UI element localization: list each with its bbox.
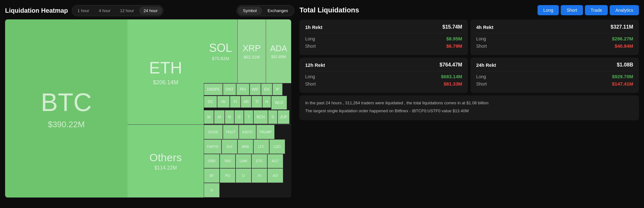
symbol-tabs: Symbol Exchanges	[236, 5, 294, 16]
hm-ltc[interactable]: LTC	[253, 139, 269, 154]
xrp-name: XRP	[243, 43, 261, 53]
stat-1h-long-label: Long	[305, 36, 315, 41]
stat-12h-short-label: Short	[305, 81, 316, 87]
trade-button[interactable]: Trade	[585, 5, 608, 15]
hm-etc[interactable]: ETC	[251, 154, 267, 169]
hm-ar[interactable]: AR	[241, 96, 251, 108]
hm-bottom-small: DOGE PNUT KAITO TRUMP FARTO SUI BNB LTC …	[204, 125, 291, 198]
stat-24h-long-value: $929.70M	[612, 74, 633, 79]
hm-doge[interactable]: DOGE	[204, 125, 223, 139]
stat-24h-short-row: Short $147.41M	[476, 81, 633, 87]
hm-h[interactable]: H	[262, 96, 271, 108]
hm-kaito[interactable]: KAITO	[239, 125, 256, 139]
stat-12h-period: 12h Rekt	[305, 62, 325, 68]
tab-symbol[interactable]: Symbol	[238, 6, 262, 15]
hm-xrp[interactable]: XRP $62.31M	[237, 19, 266, 83]
stat-12h-short-row: Short $81.33M	[305, 81, 462, 87]
stat-1h-short-label: Short	[305, 44, 316, 49]
hm-trump[interactable]: TRUMP	[256, 125, 275, 139]
stat-4h: 4h Rekt $327.11M Long $286.27M Short $40…	[470, 20, 639, 55]
hm-dc[interactable]: DC	[204, 96, 217, 108]
hm-bf[interactable]: BF	[204, 168, 220, 183]
stat-12h-long-row: Long $683.14M	[305, 74, 462, 79]
stats-grid: 1h Rekt $15.74M Long $8.95M Short $6.79M…	[299, 20, 639, 93]
hm-ao[interactable]: AO	[267, 168, 283, 183]
eth-value: $206.14M	[153, 79, 178, 86]
hm-ai17[interactable]: AI17	[267, 154, 283, 169]
info-line-2: The largest single liquidation order hap…	[305, 108, 633, 114]
hm-ai[interactable]: AI	[214, 110, 225, 124]
btc-name: BTC	[41, 88, 92, 117]
stat-4h-total: $327.11M	[611, 24, 633, 30]
stat-4h-long-label: Long	[476, 36, 486, 41]
hm-wif[interactable]: WIF	[250, 83, 261, 95]
hm-ava[interactable]: AV	[217, 96, 230, 108]
hm-s2[interactable]: S	[204, 183, 220, 198]
hm-tia[interactable]: TI	[251, 96, 262, 108]
stat-1h: 1h Rekt $15.74M Long $8.95M Short $6.79M	[299, 20, 468, 55]
hm-wld[interactable]: WLD	[271, 96, 287, 110]
stat-1h-short-value: $6.79M	[446, 43, 462, 49]
stat-24h: 24h Rekt $1.08B Long $929.70M Short $147…	[470, 58, 639, 93]
hm-o[interactable]: O	[234, 110, 244, 124]
stat-4h-long-value: $286.27M	[612, 36, 633, 41]
hm-sui[interactable]: SUI	[222, 139, 237, 154]
stat-24h-short-label: Short	[476, 81, 487, 87]
hm-ont[interactable]: ONT	[223, 83, 236, 95]
hm-n[interactable]: N	[225, 110, 234, 124]
action-buttons: Long Short Trade Analytics	[538, 5, 639, 15]
hm-tao[interactable]: TAO	[220, 154, 236, 169]
hm-xi[interactable]: XI	[251, 168, 267, 183]
hm-btc[interactable]: BTC $390.22M	[5, 19, 127, 198]
hm-top-right: ETH $206.14M SOL $70.82M XRP $62.31M	[127, 19, 291, 124]
hm-m[interactable]: M	[204, 110, 214, 124]
hm-bch[interactable]: BCH	[253, 110, 268, 124]
hm-t[interactable]: T	[244, 110, 253, 124]
right-header: Total Liquidations Long Short Trade Anal…	[299, 5, 639, 15]
info-box: In the past 24 hours , 311,264 traders w…	[299, 95, 639, 120]
ada-value: $43.89M	[271, 55, 286, 59]
hm-ord[interactable]: ORD	[204, 154, 220, 169]
hm-ldo[interactable]: LDO	[269, 139, 285, 154]
stat-4h-short-value: $40.84M	[615, 43, 633, 49]
hm-jup[interactable]: JUP	[277, 110, 290, 124]
sol-value: $70.82M	[212, 56, 229, 61]
hm-sol[interactable]: SOL $70.82M	[204, 19, 237, 83]
analytics-button[interactable]: Analytics	[610, 5, 639, 15]
left-panel: Liquidation Heatmap 1 hour 4 hour 12 hou…	[5, 5, 294, 198]
hm-pei[interactable]: PEI	[236, 83, 250, 95]
heatmap: BTC $390.22M ETH $206.14M SOL $70.82M	[5, 19, 291, 198]
long-button[interactable]: Long	[538, 5, 559, 15]
stat-4h-header: 4h Rekt $327.11M	[476, 24, 633, 30]
hm-u[interactable]: U	[236, 168, 251, 183]
hm-fartcoin[interactable]: FARTO	[204, 139, 222, 154]
stat-1h-period: 1h Rekt	[305, 24, 322, 30]
hm-bnb[interactable]: BNB	[237, 139, 253, 154]
stat-24h-total: $1.08B	[617, 62, 633, 68]
hm-po[interactable]: PO	[220, 168, 236, 183]
hm-ada[interactable]: ADA $43.89M	[266, 19, 291, 83]
stat-12h-short-value: $81.33M	[444, 81, 462, 87]
hm-link[interactable]: LINK	[236, 154, 251, 169]
hm-s[interactable]: S	[268, 110, 277, 124]
stat-24h-long-label: Long	[476, 74, 486, 79]
short-button[interactable]: Short	[561, 5, 583, 15]
right-panel: Total Liquidations Long Short Trade Anal…	[299, 5, 639, 120]
hm-fi[interactable]: FI	[230, 96, 241, 108]
hm-pnut[interactable]: PNUT	[223, 125, 239, 139]
stat-12h-header: 12h Rekt $764.47M	[305, 62, 462, 68]
tab-1hour[interactable]: 1 hour	[73, 6, 94, 15]
tab-4hour[interactable]: 4 hour	[94, 6, 115, 15]
tab-24hour[interactable]: 24 hour	[139, 6, 162, 15]
tab-12hour[interactable]: 12 hour	[116, 6, 139, 15]
stat-4h-long-row: Long $286.27M	[476, 36, 633, 41]
stat-24h-long-row: Long $929.70M	[476, 74, 633, 79]
ada-name: ADA	[270, 44, 287, 53]
hm-1000pe[interactable]: 1000PE	[204, 83, 223, 95]
hm-enj[interactable]: EN	[261, 83, 272, 95]
header-row: Liquidation Heatmap 1 hour 4 hour 12 hou…	[5, 5, 294, 16]
hm-ip[interactable]: IP	[272, 83, 283, 95]
hm-eth[interactable]: ETH $206.14M	[127, 19, 204, 124]
hm-others[interactable]: Others $114.22M	[127, 125, 204, 198]
tab-exchanges[interactable]: Exchanges	[263, 6, 293, 15]
